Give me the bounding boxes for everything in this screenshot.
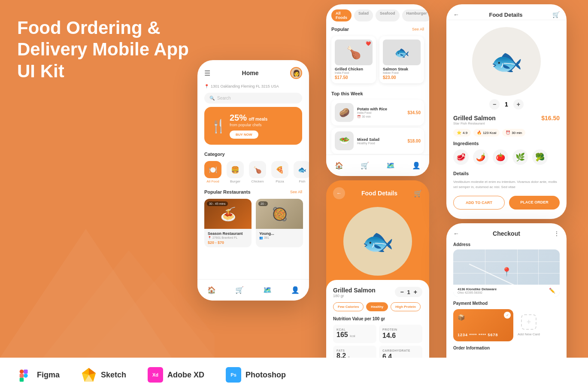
- potato-rice-time: ⏰ 30 min: [357, 115, 404, 119]
- carbs-label: CARBOHYDRATE: [382, 349, 419, 352]
- qty-control[interactable]: − 1 +: [395, 287, 422, 297]
- ingredient-herb: 🌿: [512, 149, 528, 165]
- restaurant-card-2[interactable]: 🥘 20 - Young... 👥 391: [256, 199, 303, 247]
- restaurant-card-1[interactable]: 🍝 30 - 45 mins Season Restaurant 📍 27601…: [204, 199, 252, 247]
- tag-healthy[interactable]: Healthy: [366, 302, 388, 311]
- phone4-cart-icon[interactable]: 🛒: [552, 11, 560, 18]
- menu-icon[interactable]: ☰: [204, 69, 210, 77]
- phone4-qty-plus[interactable]: +: [513, 99, 524, 109]
- food-title-row: Grilled Salmon 180 gr − 1 +: [333, 287, 422, 298]
- address-section-title: Address: [446, 240, 567, 249]
- week-item-potato[interactable]: 🥔 Potato with Rice India Food ⏰ 30 min $…: [331, 100, 424, 125]
- qty-plus-btn[interactable]: +: [414, 289, 417, 295]
- tag-few-calories[interactable]: Few Calories: [333, 302, 364, 311]
- nutrition-kcal: KCAL 165 kcal: [333, 325, 376, 343]
- phone1-title: Home: [242, 70, 259, 76]
- phone4-back-icon[interactable]: ←: [453, 11, 459, 18]
- kcal-value: 165: [336, 331, 348, 338]
- popular-see-all[interactable]: See All: [412, 27, 424, 31]
- phone4-food-info: Grilled Salmon Star Fish Restaurant: [453, 115, 496, 125]
- restaurants-header: Popular Restaurants See All: [197, 186, 309, 196]
- restaurant-1-image: 🍝 30 - 45 mins: [204, 199, 252, 229]
- filter-hamburger[interactable]: Hamburger: [402, 9, 429, 21]
- clock-icon: ⏰: [506, 131, 510, 135]
- phone5-back-icon[interactable]: ←: [453, 230, 459, 237]
- category-header: Category: [197, 148, 309, 158]
- filter-all-foods[interactable]: All Foods: [331, 9, 352, 21]
- hero-text-block: Food Ordering & Delivery Mobile App UI K…: [17, 17, 197, 82]
- cat-all-food[interactable]: 🍽️ All Food: [204, 161, 221, 183]
- cat-label-burger: Burger: [230, 179, 240, 183]
- payment-cards-row: 📦 1234 **** **** 5678 ✓ + Add New Card: [453, 309, 560, 341]
- cat-fish[interactable]: 🐟 Fish: [294, 161, 309, 183]
- phone2-nav-profile[interactable]: 👤: [412, 161, 421, 170]
- food3-weight: 180 gr: [333, 294, 376, 298]
- salmon-food-price: $23.00: [383, 75, 421, 80]
- potato-rice-price: $34.50: [407, 110, 421, 115]
- phone2-bottom-nav: 🏠 🛒 🗺️ 👤: [326, 155, 429, 176]
- qty-minus-btn[interactable]: −: [400, 289, 403, 295]
- svg-rect-6: [24, 370, 27, 374]
- nav-profile-icon[interactable]: 👤: [291, 286, 300, 294]
- phone3-back-button[interactable]: ←: [333, 187, 345, 199]
- phone4-stats: ⭐ 4.9 🔥 123 Kcal ⏰ 30 min: [446, 129, 567, 137]
- potato-rice-image: 🥔: [335, 103, 354, 122]
- filter-seafood[interactable]: Seafood: [376, 9, 400, 21]
- map-h1: [453, 261, 560, 262]
- promo-banner[interactable]: 🍴 25% off meals from popular chefs BUY N…: [204, 107, 302, 145]
- place-order-button[interactable]: PLACE ORDER: [509, 196, 560, 210]
- kcal-label: KCAL: [336, 328, 373, 331]
- phone4-qty-minus[interactable]: −: [489, 99, 500, 109]
- credit-card[interactable]: 📦 1234 **** **** 5678 ✓: [453, 309, 513, 341]
- food-card-chicken[interactable]: 🍗 ❤️ Grilled Chicken India Food $17.50: [331, 36, 376, 83]
- add-new-card[interactable]: + Add New Card: [518, 314, 540, 336]
- nav-home-icon[interactable]: 🏠: [207, 286, 216, 294]
- map-placeholder: 📍 4136 Klondike Delaware Ohio 42395-5839…: [453, 249, 560, 297]
- popular-header: Popular See All: [331, 27, 424, 33]
- details-title: Details: [446, 167, 567, 178]
- nav-map-icon[interactable]: 🗺️: [263, 286, 272, 294]
- user-avatar[interactable]: 👩: [290, 67, 302, 79]
- protein-value: 14.6: [382, 332, 419, 340]
- location-pin-icon: 📍: [204, 84, 209, 88]
- add-card-label: Add New Card: [518, 332, 540, 336]
- top-week-header: Top this Week: [331, 88, 424, 98]
- add-to-cart-outline-button[interactable]: ADD TO CART: [453, 196, 505, 210]
- salmon-heart-icon[interactable]: ♡: [415, 41, 419, 46]
- food2-name: Mixed Salad: [357, 137, 404, 142]
- filter-salad[interactable]: Salad: [354, 9, 373, 21]
- tag-high-protein[interactable]: High Protein: [391, 302, 421, 311]
- food2-cuisine: Healthy Food: [357, 142, 404, 145]
- phone5-more-icon[interactable]: ⋮: [554, 230, 560, 237]
- week-item-2[interactable]: 🥗 Mixed Salad Healthy Food $18.00: [331, 128, 424, 154]
- restaurant-2-loc: 👥 391: [259, 236, 300, 240]
- phone3-food-image: 🐟: [343, 207, 412, 276]
- map-address-label: 4136 Klondike Delaware Ohio 42395-58392 …: [453, 285, 560, 297]
- add-card-icon: +: [521, 314, 536, 330]
- all-food-icon: 🍽️: [204, 161, 221, 178]
- phone2-nav-home[interactable]: 🏠: [335, 161, 343, 170]
- restaurants-see-all[interactable]: See All: [290, 190, 302, 194]
- buy-now-button[interactable]: BUY NOW: [230, 131, 258, 139]
- kcal-unit: kcal: [350, 334, 355, 337]
- phone4-food-name: Grilled Salmon: [453, 115, 496, 122]
- phone3-cart-icon[interactable]: 🛒: [414, 189, 422, 198]
- card-number: 1234 **** **** 5678: [458, 333, 509, 337]
- cat-burger[interactable]: 🍔 Burger: [227, 161, 244, 183]
- nav-cart-icon[interactable]: 🛒: [235, 286, 244, 294]
- restaurant-1-time: 30 - 45 mins: [207, 201, 228, 206]
- food-card-salmon[interactable]: 🐟 ♡ Salmon Steak Italian Food $23.00: [379, 36, 424, 83]
- chicken-heart-icon[interactable]: ❤️: [366, 41, 371, 46]
- search-bar[interactable]: 🔍 Search: [204, 93, 302, 103]
- fats-label: FATS: [336, 349, 373, 352]
- hero-title: Food Ordering & Delivery Mobile App UI K…: [17, 17, 197, 82]
- phone2-nav-map[interactable]: 🗺️: [386, 161, 395, 170]
- edit-address-icon[interactable]: ✏️: [549, 288, 555, 294]
- cat-chicken[interactable]: 🍗 Chicken: [249, 161, 266, 183]
- phone5-title: Checkout: [493, 230, 520, 237]
- nutrition-title: Nutrition Value per 100 gr: [333, 316, 422, 321]
- cat-pizza[interactable]: 🍕 Pizza: [271, 161, 288, 183]
- sketch-label: Sketch: [101, 371, 126, 380]
- svg-rect-4: [20, 374, 24, 377]
- phone2-nav-cart[interactable]: 🛒: [361, 161, 369, 170]
